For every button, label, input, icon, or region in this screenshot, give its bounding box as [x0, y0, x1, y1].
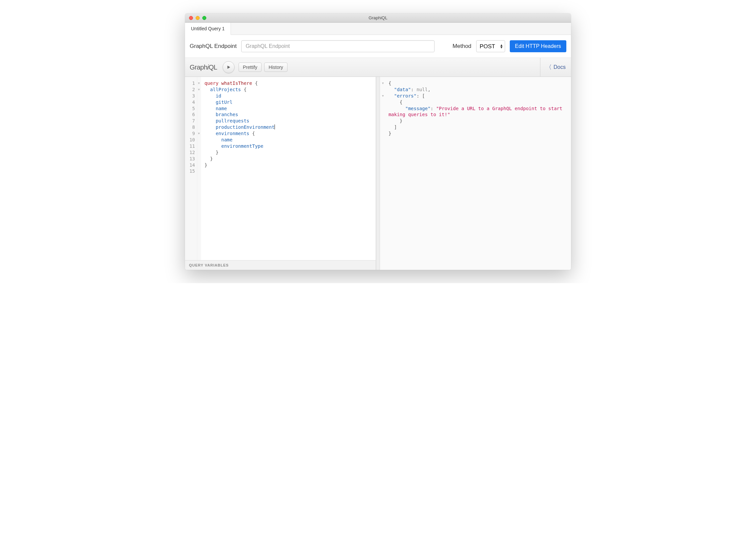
endpoint-input[interactable]	[241, 40, 435, 52]
query-variables-bar[interactable]: QUERY VARIABLES	[185, 260, 376, 270]
endpoint-label: GraphQL Endpoint	[190, 43, 237, 50]
line-gutter: 123456789101112131415	[185, 77, 197, 260]
play-icon	[226, 65, 231, 70]
close-icon[interactable]	[189, 16, 193, 20]
fold-gutter[interactable]: ▼▼▼	[197, 77, 201, 260]
result-fold-gutter: ▼▼	[380, 77, 385, 270]
prettify-button[interactable]: Prettify	[239, 63, 262, 72]
maximize-icon[interactable]	[202, 16, 206, 20]
tab-bar: Untitled Query 1	[185, 23, 571, 35]
docs-label: Docs	[554, 64, 566, 70]
query-code[interactable]: query whatIsThere { allProjects { id git…	[201, 77, 376, 260]
app-window: GraphiQL Untitled Query 1 GraphQL Endpoi…	[185, 13, 571, 270]
query-pane: 123456789101112131415 ▼▼▼ query whatIsTh…	[185, 77, 376, 270]
result-viewer[interactable]: { "data": null, "errors": [ { "message":…	[385, 77, 571, 270]
docs-button[interactable]: 〈 Docs	[540, 58, 571, 76]
result-pane: ▼▼ { "data": null, "errors": [ { "messag…	[380, 77, 571, 270]
edit-http-headers-button[interactable]: Edit HTTP Headers	[510, 40, 566, 52]
traffic-lights	[185, 16, 206, 20]
minimize-icon[interactable]	[196, 16, 200, 20]
chevron-left-icon: 〈	[546, 63, 552, 71]
query-tab[interactable]: Untitled Query 1	[185, 23, 231, 35]
execute-button[interactable]	[223, 61, 235, 73]
endpoint-bar: GraphQL Endpoint Method POST ▴▾ Edit HTT…	[185, 35, 571, 58]
graphiql-logo: GraphiQL	[190, 64, 217, 71]
history-button[interactable]: History	[264, 63, 288, 72]
query-editor[interactable]: 123456789101112131415 ▼▼▼ query whatIsTh…	[185, 77, 376, 260]
pane-resize-handle[interactable]	[376, 77, 380, 270]
titlebar[interactable]: GraphiQL	[185, 13, 571, 23]
graphiql-toolbar: GraphiQL Prettify History 〈 Docs	[185, 58, 571, 77]
method-select[interactable]: POST	[476, 40, 505, 52]
method-label: Method	[452, 43, 471, 50]
window-title: GraphiQL	[185, 15, 571, 20]
editor-area: 123456789101112131415 ▼▼▼ query whatIsTh…	[185, 77, 571, 270]
